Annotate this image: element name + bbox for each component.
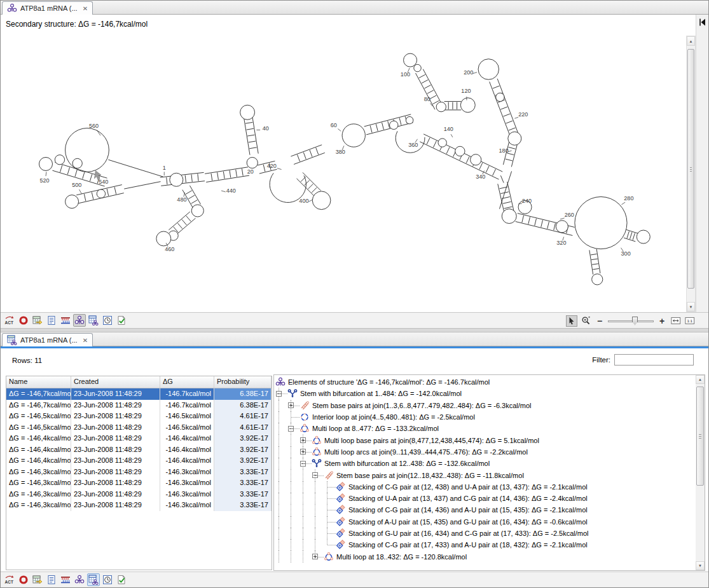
- structure-table-icon[interactable]: [87, 573, 100, 586]
- table-cell: 23-Jun-2008 11:48:29: [71, 388, 160, 400]
- tree-leaf-cell: [324, 539, 336, 550]
- table-row[interactable]: ΔG = -146,5kcal/mol23-Jun-2008 11:48:29-…: [6, 422, 272, 434]
- tab-title: ATP8a1 mRNA (...: [20, 4, 78, 12]
- tree-row-label: Stacking of C-G pair at (14, 436) and A-…: [348, 506, 588, 514]
- tree-row-label: Elements of structure 'ΔG = -146,7kcal/m…: [288, 378, 490, 386]
- tree-row[interactable]: Stacking of U-A pair at (13, 437) and C-…: [275, 493, 695, 504]
- table-row[interactable]: ΔG = -146,7kcal/mol23-Jun-2008 11:48:29-…: [6, 388, 272, 400]
- fit-width-button[interactable]: [670, 315, 682, 327]
- tree-row[interactable]: Stacking of C-G pair at (12, 438) and U-…: [275, 481, 695, 493]
- tree-row[interactable]: Stacking of A-U pair at (15, 435) and G-…: [275, 516, 695, 528]
- tree-row[interactable]: Multi loop at 8..477: ΔG = -133.2kcal/mo…: [275, 423, 695, 434]
- close-icon[interactable]: ✕: [83, 337, 88, 344]
- dot-plot-icon[interactable]: [17, 573, 30, 586]
- tree-row[interactable]: Stacking of C-G pair at (17, 433) and A-…: [275, 539, 695, 550]
- column-header-g[interactable]: ΔG: [160, 376, 214, 388]
- history-icon[interactable]: [101, 314, 114, 327]
- structure-canvas[interactable]: 5605205005401480460204044042040038060100…: [1, 15, 686, 312]
- tree-row[interactable]: Multi loop base pairs at join(8,477,12,4…: [275, 434, 695, 446]
- tree-row[interactable]: Elements of structure 'ΔG = -146,7kcal/m…: [275, 376, 695, 388]
- tab-structure-table[interactable]: ATP8a1 mRNA (... ✕: [2, 333, 93, 346]
- table-export-icon[interactable]: [31, 573, 44, 586]
- text-view-icon[interactable]: [45, 573, 58, 586]
- text-view-icon[interactable]: [45, 314, 58, 327]
- scrollbar-thumb[interactable]: [696, 386, 704, 486]
- collapse-node-icon[interactable]: [300, 461, 306, 467]
- zoom-slider-track[interactable]: [608, 320, 654, 322]
- expand-node-icon[interactable]: [288, 402, 294, 408]
- tree-row[interactable]: Stacking of G-U pair at (16, 434) and C-…: [275, 528, 695, 539]
- table-row[interactable]: ΔG = -146,3kcal/mol23-Jun-2008 11:48:29-…: [6, 500, 272, 511]
- dot-plot-icon[interactable]: [17, 314, 30, 327]
- tree-row[interactable]: Stem base pairs at join(1..3,6..8,477..4…: [275, 400, 695, 411]
- expand-node-icon[interactable]: [312, 554, 318, 559]
- tree-row[interactable]: Multi loop at 18..432: ΔG = -120.8kcal/m…: [275, 550, 695, 562]
- close-icon[interactable]: ✕: [83, 5, 88, 12]
- table-row[interactable]: ΔG = -146,7kcal/mol23-Jun-2008 11:48:29-…: [6, 400, 272, 411]
- position-label: 1: [163, 165, 166, 171]
- table-cell: 23-Jun-2008 11:48:29: [71, 477, 160, 489]
- alignment-icon[interactable]: [59, 314, 72, 327]
- element-info-icon[interactable]: [115, 314, 128, 327]
- tree-row-label: Multi loop at 18..432: ΔG = -120.8kcal/m…: [336, 553, 467, 561]
- structure-view-toolbar: ACT − + 1:1: [1, 312, 709, 328]
- zoom-tool-button[interactable]: [580, 315, 591, 327]
- scroll-up-icon[interactable]: ▲: [687, 36, 695, 46]
- column-header-probability[interactable]: Probability: [214, 376, 272, 388]
- table-row[interactable]: ΔG = -146,5kcal/mol23-Jun-2008 11:48:29-…: [6, 411, 272, 422]
- one-to-one-button[interactable]: 1:1: [684, 315, 696, 327]
- scrollbar-thumb[interactable]: [687, 49, 694, 289]
- column-header-name[interactable]: Name: [6, 376, 71, 388]
- vertical-scrollbar-structure[interactable]: ▲ ▼: [686, 36, 696, 312]
- filter-input[interactable]: [614, 354, 694, 366]
- pointer-tool-button[interactable]: [566, 315, 577, 327]
- structure-table-icon[interactable]: [87, 314, 100, 327]
- history-icon[interactable]: [101, 573, 114, 586]
- scroll-down-icon[interactable]: ▼: [696, 561, 705, 570]
- secondary-structure-icon[interactable]: [73, 314, 86, 327]
- secondary-structure-icon[interactable]: [73, 573, 86, 586]
- table-row[interactable]: ΔG = -146,3kcal/mol23-Jun-2008 11:48:29-…: [6, 467, 272, 478]
- zoom-slider-thumb[interactable]: [632, 317, 638, 325]
- collapse-node-icon[interactable]: [312, 472, 318, 478]
- table-row[interactable]: ΔG = -146,3kcal/mol23-Jun-2008 11:48:29-…: [6, 489, 272, 500]
- zoom-out-button[interactable]: −: [594, 315, 605, 327]
- tree-row[interactable]: Stacking of C-G pair at (14, 436) and A-…: [275, 504, 695, 516]
- alignment-icon[interactable]: [59, 573, 72, 586]
- tree-row[interactable]: Stem with bifurcation at 1..484: ΔG = -1…: [275, 388, 695, 399]
- scroll-up-icon[interactable]: ▲: [696, 375, 705, 384]
- element-info-icon[interactable]: [115, 573, 128, 586]
- table-row[interactable]: ΔG = -146,4kcal/mol23-Jun-2008 11:48:29-…: [6, 433, 272, 444]
- table-row[interactable]: ΔG = -146,3kcal/mol23-Jun-2008 11:48:29-…: [6, 477, 272, 489]
- tree-row[interactable]: Stem with bifurcation at 12..438: ΔG = -…: [275, 458, 695, 469]
- tree-row[interactable]: Multi loop arcs at join(9..11,439..444,4…: [275, 446, 695, 458]
- position-label: 440: [226, 188, 236, 194]
- stacking-icon: [336, 493, 346, 503]
- table-row[interactable]: ΔG = -146,4kcal/mol23-Jun-2008 11:48:29-…: [6, 444, 272, 456]
- collapse-side-panel-icon[interactable]: [698, 17, 708, 27]
- table-export-icon[interactable]: [31, 314, 44, 327]
- action-icon[interactable]: ACT: [3, 573, 16, 586]
- table-cell: ΔG = -146,7kcal/mol: [6, 388, 71, 400]
- panel-divider[interactable]: [1, 328, 709, 332]
- scroll-down-icon[interactable]: ▼: [687, 302, 695, 311]
- vertical-scrollbar-tree[interactable]: ▲ ▼: [696, 375, 705, 570]
- table-cell: 23-Jun-2008 11:48:29: [71, 467, 160, 478]
- tree-leaf-cell: [324, 481, 336, 493]
- tree-row[interactable]: Interior loop at join(4..5,480..481): ΔG…: [275, 411, 695, 423]
- zoom-in-button[interactable]: +: [656, 315, 668, 327]
- action-icon[interactable]: ACT: [3, 314, 16, 327]
- tree-row[interactable]: Stem base pairs at join(12..18,432..438)…: [275, 469, 695, 481]
- column-header-created[interactable]: Created: [71, 376, 160, 388]
- tree-row-label: Stacking of U-A pair at (13, 437) and C-…: [348, 495, 588, 502]
- table-row[interactable]: ΔG = -146,4kcal/mol23-Jun-2008 11:48:29-…: [6, 455, 272, 467]
- tab-structure-view[interactable]: ATP8a1 mRNA (... ✕: [2, 1, 93, 15]
- table-cell: 4.61E-17: [214, 422, 272, 434]
- collapse-node-icon[interactable]: [276, 391, 282, 397]
- position-label: 60: [331, 122, 337, 128]
- collapse-node-icon[interactable]: [288, 426, 294, 432]
- expand-node-icon[interactable]: [300, 437, 306, 443]
- expand-node-icon[interactable]: [300, 449, 306, 455]
- stacking-icon: [336, 540, 346, 550]
- zoom-slider[interactable]: [608, 316, 654, 326]
